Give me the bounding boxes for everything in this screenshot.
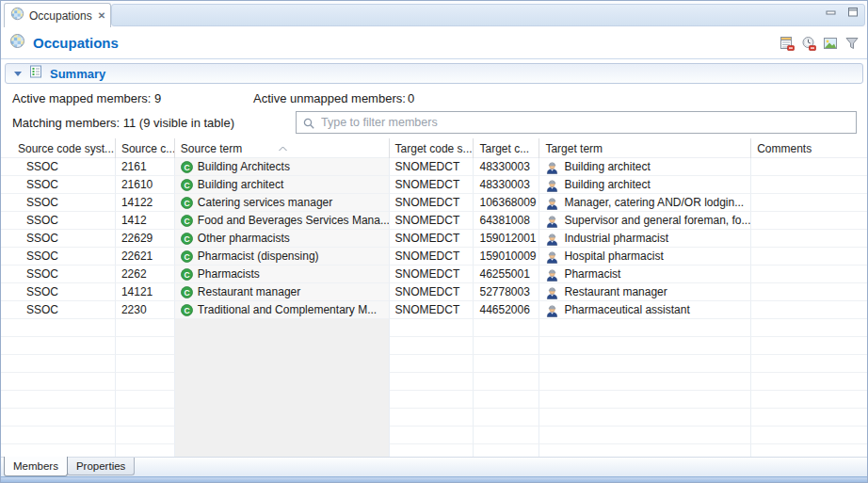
member-row[interactable]: SSOC14122 CCatering services managerSNOM… xyxy=(1,194,867,212)
empty-cell xyxy=(1,409,116,427)
filter-icon[interactable] xyxy=(844,35,860,51)
source-term-cell: COther pharmacists xyxy=(175,230,390,248)
table-remove-icon[interactable] xyxy=(779,35,795,51)
empty-cell xyxy=(175,373,390,391)
source-term-cell: CPharmacist (dispensing) xyxy=(175,248,390,266)
filter-members-input[interactable] xyxy=(297,112,856,133)
chevron-down-icon[interactable] xyxy=(14,72,22,76)
empty-row xyxy=(1,409,867,427)
target-system-text: SNOMEDCT xyxy=(395,214,460,227)
member-row[interactable]: SSOC21610 CBuilding architectSNOMEDCT483… xyxy=(1,176,867,194)
target-code-cell: 159010009 xyxy=(474,248,539,266)
empty-row xyxy=(1,391,867,409)
maximize-icon[interactable] xyxy=(846,6,860,19)
concept-icon: C xyxy=(181,268,193,281)
target-code-text: 52778003 xyxy=(479,285,529,298)
source-code-text: 2161 xyxy=(121,160,147,173)
editor-toolbar xyxy=(779,35,860,51)
concept-icon: C xyxy=(181,179,193,191)
source-term-text: Pharmacist (dispensing) xyxy=(198,250,319,263)
target-code-text: 46255001 xyxy=(479,267,529,281)
target-term-text: Building architect xyxy=(564,160,650,173)
source-system-text: SSOC xyxy=(26,196,58,209)
person-icon xyxy=(545,178,559,192)
empty-cell xyxy=(116,427,175,444)
column-header-source-c[interactable]: Source c... xyxy=(116,138,175,158)
target-term-text: Industrial pharmacist xyxy=(564,232,668,245)
concept-icon: C xyxy=(181,197,193,209)
source-code-cell: 21610 xyxy=(116,176,175,194)
target-code-text: 44652006 xyxy=(479,303,529,316)
member-row[interactable]: SSOC22621 CPharmacist (dispensing)SNOMED… xyxy=(1,248,867,266)
empty-cell xyxy=(175,409,390,427)
empty-cell xyxy=(175,337,390,355)
matching-members-label: Matching members: 11 (9 visible in table… xyxy=(12,116,234,130)
member-row[interactable]: SSOC2161 CBuilding ArchitectsSNOMEDCT483… xyxy=(1,158,867,176)
concept-icon: C xyxy=(181,250,193,263)
member-row[interactable]: SSOC2230 CTraditional and Complementary … xyxy=(1,301,867,319)
image-icon[interactable] xyxy=(822,35,838,51)
empty-cell xyxy=(116,409,175,427)
concept-icon: C xyxy=(181,161,193,173)
empty-cell xyxy=(390,409,474,427)
empty-cell xyxy=(390,391,474,409)
member-row[interactable]: SSOC2262 CPharmacistsSNOMEDCT46255001 Ph… xyxy=(1,266,867,283)
source-term-cell: CRestaurant manager xyxy=(175,283,390,301)
source-term-cell: CFood and Beverages Services Mana... xyxy=(175,212,390,230)
column-header-target-code-s[interactable]: Target code s... xyxy=(390,138,474,158)
mapset-globe-icon xyxy=(10,7,24,24)
source-term-text: Pharmacists xyxy=(198,267,260,281)
target-term-cell: Pharmacist xyxy=(539,266,751,283)
bottom-tab-members[interactable]: Members xyxy=(4,457,68,476)
bottom-tab-properties[interactable]: Properties xyxy=(67,458,135,475)
empty-cell xyxy=(751,373,867,391)
target-term-text: Pharmaceutical assistant xyxy=(564,303,689,316)
comments-cell xyxy=(751,283,867,301)
empty-cell xyxy=(390,319,474,337)
tab-occupations[interactable]: Occupations ✕ xyxy=(4,3,111,27)
source-term-text: Traditional and Complementary M... xyxy=(198,303,377,316)
svg-text:C: C xyxy=(184,180,189,189)
empty-row xyxy=(1,355,867,373)
empty-cell xyxy=(1,355,116,373)
column-header-target-term[interactable]: Target term xyxy=(539,138,751,158)
source-code-cell: 2161 xyxy=(116,158,175,176)
summary-section-header[interactable]: Summary xyxy=(5,63,863,84)
close-icon[interactable]: ✕ xyxy=(97,10,106,21)
target-code-text: 159012001 xyxy=(479,232,536,245)
member-row[interactable]: SSOC14121 CRestaurant managerSNOMEDCT527… xyxy=(1,283,867,301)
empty-cell xyxy=(116,319,175,337)
source-system-text: SSOC xyxy=(26,232,58,245)
target-term-text: Pharmacist xyxy=(564,267,620,281)
clock-remove-icon[interactable] xyxy=(800,35,816,51)
empty-cell xyxy=(751,337,867,355)
person-icon xyxy=(545,196,559,210)
svg-text:C: C xyxy=(184,251,189,261)
target-term-text: Restaurant manager xyxy=(564,285,667,298)
empty-cell xyxy=(539,409,751,427)
target-system-cell: SNOMEDCT xyxy=(390,212,474,230)
member-row[interactable]: SSOC22629 COther pharmacistsSNOMEDCT1590… xyxy=(1,230,867,248)
empty-cell xyxy=(751,409,867,427)
page-title: Occupations xyxy=(33,35,119,51)
target-code-cell: 44652006 xyxy=(474,301,539,319)
column-header-comments[interactable]: Comments xyxy=(751,138,867,158)
source-code-cell: 22621 xyxy=(116,248,175,266)
source-system-cell: SSOC xyxy=(1,194,116,212)
members-table: Source code syst...Source c...Source ter… xyxy=(1,138,867,459)
editor-tab-bar: Occupations ✕ xyxy=(1,1,867,27)
empty-cell xyxy=(116,355,175,373)
target-system-cell: SNOMEDCT xyxy=(390,194,474,212)
column-header-source-code-syst[interactable]: Source code syst... xyxy=(1,138,116,158)
column-header-target-c[interactable]: Target c... xyxy=(474,138,539,158)
minimize-icon[interactable] xyxy=(825,6,838,19)
person-icon xyxy=(545,160,559,174)
source-term-text: Catering services manager xyxy=(198,196,332,209)
member-row[interactable]: SSOC1412 CFood and Beverages Services Ma… xyxy=(1,212,867,230)
empty-cell xyxy=(474,319,539,337)
source-system-text: SSOC xyxy=(26,214,58,227)
target-term-cell: Industrial pharmacist xyxy=(539,230,751,248)
svg-text:C: C xyxy=(184,305,189,314)
person-icon xyxy=(545,303,559,317)
empty-cell xyxy=(474,373,539,391)
